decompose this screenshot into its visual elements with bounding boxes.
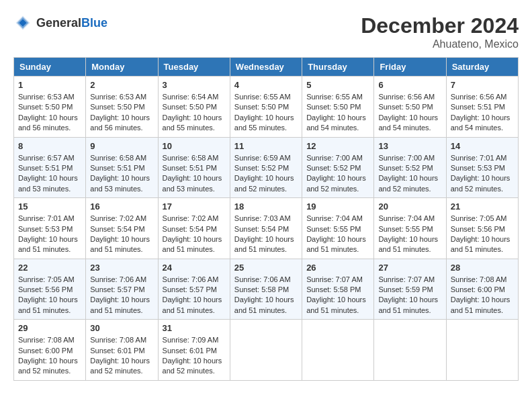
table-row [302,320,374,381]
daylight-text: Daylight: 10 hours and 51 minutes. [18,295,81,316]
daylight-text: Daylight: 10 hours and 52 minutes. [18,356,81,377]
day-number: 28 [451,263,514,273]
table-row: 1Sunrise: 6:53 AMSunset: 5:50 PMDaylight… [14,77,86,138]
daylight-text: Daylight: 10 hours and 51 minutes. [90,234,153,255]
table-row: 13Sunrise: 7:00 AMSunset: 5:52 PMDayligh… [374,137,446,198]
sunrise-text: Sunrise: 6:58 AM [90,153,153,163]
sunrise-text: Sunrise: 6:58 AM [163,153,226,163]
table-row: 12Sunrise: 7:00 AMSunset: 5:52 PMDayligh… [302,137,374,198]
day-number: 25 [234,263,298,273]
table-row [374,320,446,381]
day-number: 20 [378,201,441,212]
day-number: 22 [18,263,81,273]
header-sunday: Sunday [14,58,86,77]
sunset-text: Sunset: 5:54 PM [234,224,298,234]
sunset-text: Sunset: 5:50 PM [18,102,81,112]
header-thursday: Thursday [302,58,374,77]
calendar-row: 29Sunrise: 7:08 AMSunset: 6:00 PMDayligh… [14,320,519,381]
daylight-text: Daylight: 10 hours and 52 minutes. [306,173,369,194]
sunrise-text: Sunrise: 7:06 AM [234,275,298,285]
day-info: Sunrise: 6:53 AMSunset: 5:50 PMDaylight:… [90,92,153,134]
sunrise-text: Sunrise: 7:06 AM [90,275,153,285]
table-row: 27Sunrise: 7:07 AMSunset: 5:59 PMDayligh… [374,259,446,320]
daylight-text: Daylight: 10 hours and 54 minutes. [378,113,441,134]
day-number: 21 [451,201,514,212]
day-number: 31 [163,323,226,333]
sunset-text: Sunset: 5:55 PM [306,224,369,234]
calendar-row: 8Sunrise: 6:57 AMSunset: 5:51 PMDaylight… [14,137,519,198]
calendar-table: Sunday Monday Tuesday Wednesday Thursday… [13,57,519,381]
table-row: 29Sunrise: 7:08 AMSunset: 6:00 PMDayligh… [14,320,86,381]
table-row: 6Sunrise: 6:56 AMSunset: 5:50 PMDaylight… [374,77,446,138]
table-row: 31Sunrise: 7:09 AMSunset: 6:01 PMDayligh… [158,320,230,381]
day-number: 23 [90,263,153,273]
daylight-text: Daylight: 10 hours and 55 minutes. [163,113,226,134]
day-info: Sunrise: 7:08 AMSunset: 6:00 PMDaylight:… [18,335,81,377]
logo-wordmark: GeneralBlue [36,16,107,30]
daylight-text: Daylight: 10 hours and 53 minutes. [90,173,153,194]
header-tuesday: Tuesday [158,58,230,77]
logo-text-general: General [36,16,81,30]
sunset-text: Sunset: 5:54 PM [163,224,226,234]
day-number: 29 [18,323,81,333]
month-title: December 2024 [361,13,519,38]
table-row: 16Sunrise: 7:02 AMSunset: 5:54 PMDayligh… [86,198,158,259]
day-info: Sunrise: 7:02 AMSunset: 5:54 PMDaylight:… [163,214,226,255]
sunrise-text: Sunrise: 7:04 AM [306,214,369,224]
day-number: 3 [163,80,226,90]
day-number: 26 [306,263,369,273]
logo-text-blue: Blue [81,16,107,30]
table-row [446,320,518,381]
day-info: Sunrise: 6:54 AMSunset: 5:50 PMDaylight:… [163,92,226,134]
sunset-text: Sunset: 5:57 PM [163,285,226,295]
sunrise-text: Sunrise: 7:01 AM [451,153,514,163]
day-number: 15 [18,201,81,212]
daylight-text: Daylight: 10 hours and 53 minutes. [163,173,226,194]
sunrise-text: Sunrise: 7:07 AM [306,275,369,285]
table-row: 4Sunrise: 6:55 AMSunset: 5:50 PMDaylight… [230,77,302,138]
day-info: Sunrise: 6:56 AMSunset: 5:50 PMDaylight:… [378,92,441,134]
daylight-text: Daylight: 10 hours and 52 minutes. [163,356,226,377]
sunrise-text: Sunrise: 7:02 AM [163,214,226,224]
sunrise-text: Sunrise: 6:55 AM [306,92,369,102]
day-number: 9 [90,141,153,151]
table-row: 15Sunrise: 7:01 AMSunset: 5:53 PMDayligh… [14,198,86,259]
daylight-text: Daylight: 10 hours and 51 minutes. [234,295,298,316]
day-number: 19 [306,201,369,212]
sunset-text: Sunset: 5:51 PM [451,102,514,112]
table-row: 3Sunrise: 6:54 AMSunset: 5:50 PMDaylight… [158,77,230,138]
day-info: Sunrise: 7:05 AMSunset: 5:56 PMDaylight:… [451,214,514,255]
sunrise-text: Sunrise: 7:00 AM [378,153,441,163]
table-row: 8Sunrise: 6:57 AMSunset: 5:51 PMDaylight… [14,137,86,198]
sunrise-text: Sunrise: 6:54 AM [163,92,226,102]
sunset-text: Sunset: 6:00 PM [18,346,81,356]
sunset-text: Sunset: 5:53 PM [451,163,514,173]
table-row: 24Sunrise: 7:06 AMSunset: 5:57 PMDayligh… [158,259,230,320]
sunset-text: Sunset: 5:52 PM [234,163,298,173]
daylight-text: Daylight: 10 hours and 51 minutes. [163,234,226,255]
table-row: 30Sunrise: 7:08 AMSunset: 6:01 PMDayligh… [86,320,158,381]
sunrise-text: Sunrise: 6:57 AM [18,153,81,163]
day-number: 27 [378,263,441,273]
sunrise-text: Sunrise: 7:03 AM [234,214,298,224]
sunset-text: Sunset: 6:01 PM [163,346,226,356]
daylight-text: Daylight: 10 hours and 51 minutes. [306,234,369,255]
table-row: 2Sunrise: 6:53 AMSunset: 5:50 PMDaylight… [86,77,158,138]
sunrise-text: Sunrise: 6:53 AM [90,92,153,102]
daylight-text: Daylight: 10 hours and 52 minutes. [378,173,441,194]
sunrise-text: Sunrise: 7:07 AM [378,275,441,285]
daylight-text: Daylight: 10 hours and 51 minutes. [378,295,441,316]
day-number: 7 [451,80,514,90]
daylight-text: Daylight: 10 hours and 55 minutes. [234,113,298,134]
sunset-text: Sunset: 5:55 PM [378,224,441,234]
day-info: Sunrise: 6:59 AMSunset: 5:52 PMDaylight:… [234,153,298,195]
header-friday: Friday [374,58,446,77]
sunset-text: Sunset: 5:50 PM [378,102,441,112]
day-info: Sunrise: 6:56 AMSunset: 5:51 PMDaylight:… [451,92,514,134]
day-info: Sunrise: 6:58 AMSunset: 5:51 PMDaylight:… [163,153,226,195]
daylight-text: Daylight: 10 hours and 52 minutes. [234,173,298,194]
day-info: Sunrise: 7:03 AMSunset: 5:54 PMDaylight:… [234,214,298,255]
sunset-text: Sunset: 5:50 PM [163,102,226,112]
calendar-row: 1Sunrise: 6:53 AMSunset: 5:50 PMDaylight… [14,77,519,138]
logo-icon [13,13,32,32]
